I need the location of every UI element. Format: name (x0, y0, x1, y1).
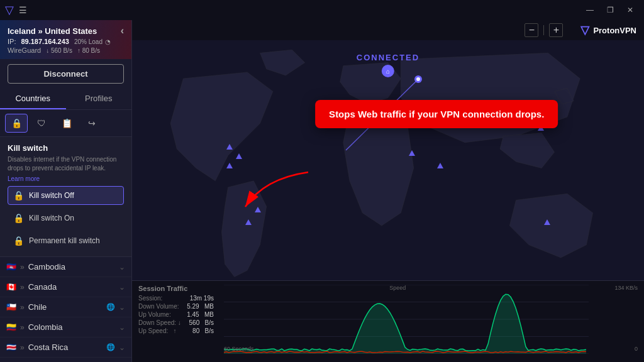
ip-label: IP: (8, 38, 16, 45)
country-list: 🇰🇭 » Cambodia ⌄ 🇨🇦 » Canada ⌄ 🇨🇱 » Chile… (0, 257, 131, 362)
chile-expand-icon: ⌄ (119, 303, 125, 312)
costa-rica-expand-icon: ⌄ (119, 343, 125, 352)
home-node-dot: ⌂ (382, 65, 394, 77)
tab-countries[interactable]: Countries (0, 89, 66, 109)
protonvpn-brand: ▽ ProtonVPN (580, 23, 636, 37)
colombia-expand-icon: ⌄ (119, 323, 125, 332)
kill-switch-description: Disables internet if the VPN connection … (8, 155, 124, 173)
cambodia-flag: 🇰🇭 (6, 262, 16, 272)
tab-profiles[interactable]: Profiles (66, 89, 132, 109)
minimize-button[interactable]: — (581, 1, 599, 19)
kill-switch-tooltip: Stops Web traffic if your VPN connection… (315, 100, 558, 128)
colombia-flag: 🇨🇴 (6, 322, 16, 332)
permanent-kill-switch-option[interactable]: 🔒 Permanent kill switch (8, 231, 124, 250)
filter-shield-icon[interactable]: 🛡 (30, 114, 53, 133)
close-button[interactable]: ✕ (621, 1, 639, 19)
permanent-kill-switch-icon: 🔒 (13, 236, 24, 246)
proton-logo-icon: ▽ (5, 3, 14, 17)
canada-expand-icon: ⌄ (119, 283, 125, 292)
chile-name: Chile (28, 302, 103, 312)
kill-switch-on-label: Kill switch On (29, 214, 74, 222)
zoom-controls: − + (525, 23, 563, 37)
ip-address: 89.187.164.243 (21, 38, 69, 45)
speed-chart-label: Speed (389, 285, 406, 291)
cambodia-expand-arrow: » (20, 263, 25, 272)
canada-arrow: » (20, 283, 25, 292)
connection-route-text: Iceland » United States (8, 26, 97, 36)
costa-rica-icons: 🌐 (106, 343, 115, 351)
traffic-row-up-vol: Up Volume: 1.45 MB (138, 311, 214, 318)
zoom-minus-button[interactable]: − (525, 23, 538, 37)
header-bar: − + ▽ ProtonVPN (132, 20, 644, 40)
connection-speed: ↓ 560 B/s ↑ 80 B/s (46, 47, 100, 54)
sidebar-tabs: Countries Profiles (0, 89, 131, 110)
connection-protocol: WireGuard ↓ 560 B/s ↑ 80 B/s (8, 47, 124, 54)
traffic-row-down-vol: Down Volume: 5.29 MB (138, 303, 214, 310)
time-zero-label: 0 (635, 346, 638, 352)
zoom-divider (543, 25, 544, 35)
canada-name: Canada (28, 282, 115, 292)
down-speed-label: Down Speed: ↓ (138, 319, 181, 326)
list-item-cambodia[interactable]: 🇰🇭 » Cambodia ⌄ (0, 257, 131, 277)
time-axis-label: 60 Seconds (224, 346, 254, 352)
costa-rica-flag: 🇨🇷 (6, 343, 16, 352)
window-controls: — ❐ ✕ (581, 1, 639, 19)
title-bar-left: ▽ ☰ (5, 3, 27, 17)
connection-info: Iceland » United States ‹ IP: 89.187.164… (0, 20, 131, 59)
traffic-chart-area: Speed 134 KB/s 60 Seconds 0 (224, 285, 638, 358)
chile-flag: 🇨🇱 (6, 302, 16, 312)
session-label: Session: (138, 295, 162, 302)
kill-switch-learn-more[interactable]: Learn more (8, 175, 124, 182)
traffic-title: Session Traffic (138, 285, 214, 292)
kill-switch-title: Kill switch (8, 143, 124, 153)
proton-shield-icon: ▽ (580, 23, 589, 37)
kill-switch-off-label: Kill switch Off (29, 191, 74, 200)
load-value: 20% Load (74, 38, 103, 45)
maximize-button[interactable]: ❐ (601, 1, 619, 19)
traffic-row-up-speed: Up Speed: ↑ 80 B/s (138, 327, 214, 334)
down-speed-value: 560 B/s (189, 319, 214, 326)
kill-switch-off-option[interactable]: 🔒 Kill switch Off (8, 186, 124, 205)
kill-switch-on-option[interactable]: 🔒 Kill switch On (8, 209, 124, 228)
chile-icons: 🌐 (106, 303, 115, 311)
map-area[interactable]: CONNECTED ⌂ (132, 40, 644, 280)
list-item-costa-rica[interactable]: 🇨🇷 » Costa Rica 🌐 ⌄ (0, 337, 131, 358)
tooltip-text: Stops Web traffic if your VPN connection… (329, 109, 544, 119)
session-traffic-stats: Session Traffic Session: 13m 19s Down Vo… (138, 285, 214, 358)
brand-name: ProtonVPN (593, 26, 636, 35)
permanent-kill-switch-label: Permanent kill switch (29, 236, 100, 245)
disconnect-button[interactable]: Disconnect (8, 64, 124, 84)
connected-text: CONNECTED (357, 53, 419, 62)
zoom-plus-button[interactable]: + (549, 23, 563, 37)
connection-route: Iceland » United States ‹ (8, 25, 124, 36)
down-volume-label: Down Volume: (138, 303, 179, 310)
load-info: 20% Load ◔ (74, 38, 111, 45)
filter-list-icon[interactable]: 📋 (55, 114, 78, 133)
max-speed-label: 134 KB/s (614, 285, 638, 291)
list-item-canada[interactable]: 🇨🇦 » Canada ⌄ (0, 277, 131, 297)
back-button[interactable]: ‹ (121, 25, 124, 36)
traffic-row-session: Session: 13m 19s (138, 295, 214, 302)
title-bar: ▽ ☰ — ❐ ✕ (0, 0, 644, 20)
cambodia-name: Cambodia (28, 262, 115, 272)
filter-secure-icon[interactable]: 🔒 (5, 114, 28, 133)
list-item-chile[interactable]: 🇨🇱 » Chile 🌐 ⌄ (0, 297, 131, 317)
costa-rica-arrow: » (20, 343, 25, 352)
colombia-arrow: » (20, 323, 25, 332)
chile-arrow: » (20, 303, 25, 312)
protocol-name: WireGuard (8, 47, 41, 54)
kill-switch-section: Kill switch Disables internet if the VPN… (0, 137, 131, 257)
traffic-row-down-speed: Down Speed: ↓ 560 B/s (138, 319, 214, 326)
main-area: − + ▽ ProtonVPN (132, 20, 644, 362)
hamburger-menu-icon[interactable]: ☰ (19, 5, 27, 15)
down-volume-value: 5.29 MB (187, 303, 214, 310)
list-item-colombia[interactable]: 🇨🇴 » Colombia ⌄ (0, 317, 131, 337)
filter-redirect-icon[interactable]: ↪ (80, 114, 103, 133)
colombia-name: Colombia (28, 322, 115, 332)
session-value: 13m 19s (190, 295, 214, 302)
kill-switch-off-icon: 🔒 (13, 190, 24, 200)
kill-switch-on-icon: 🔒 (13, 213, 24, 223)
up-volume-value: 1.45 MB (187, 311, 214, 318)
speed-up: ↑ 80 B/s (77, 47, 100, 54)
costa-rica-name: Costa Rica (28, 343, 103, 352)
